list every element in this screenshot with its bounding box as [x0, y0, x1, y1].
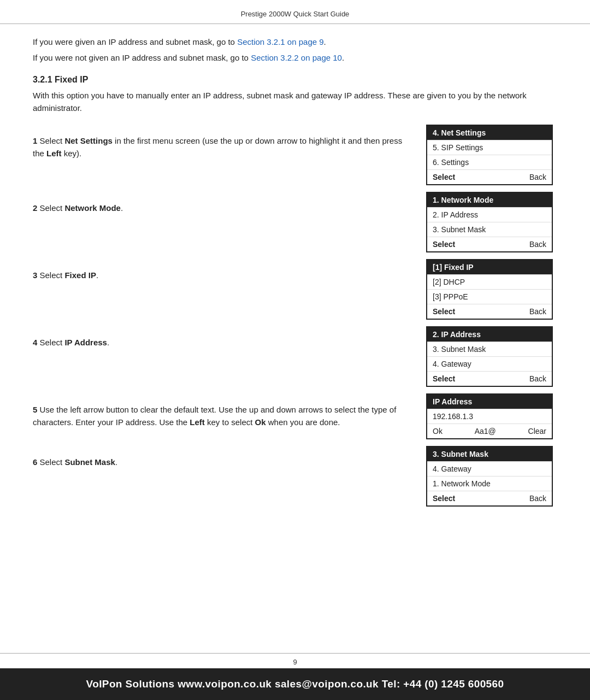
step-3-panel-area: [1] Fixed IP [2] DHCP [3] PPPoE Select B… — [426, 259, 557, 323]
step-4-panel-area: 2. IP Address 3. Subnet Mask 4. Gateway … — [426, 326, 557, 390]
panel-4: 2. IP Address 3. Subnet Mask 4. Gateway … — [426, 326, 553, 387]
panel-5: IP Address 192.168.1.3 Ok Aa1@ Clear — [426, 393, 553, 439]
step-3-text: 3 Select Fixed IP. — [33, 259, 426, 291]
panel-6: 3. Subnet Mask 4. Gateway 1. Network Mod… — [426, 446, 553, 507]
main-content: If you were given an IP address and subn… — [0, 24, 590, 653]
panel-2-row-1: 1. Network Mode — [427, 193, 552, 208]
panel-4-row-4: Select Back — [427, 372, 552, 386]
panel-6-row-2: 4. Gateway — [427, 462, 552, 477]
page-number: 9 — [293, 658, 297, 666]
panel-4-row-2: 3. Subnet Mask — [427, 342, 552, 357]
panel-3-row-4: Select Back — [427, 304, 552, 319]
page-header: Prestige 2000W Quick Start Guide — [0, 0, 590, 24]
panel-6-row-1: 3. Subnet Mask — [427, 447, 552, 462]
panel-3: [1] Fixed IP [2] DHCP [3] PPPoE Select B… — [426, 259, 553, 320]
panel-2-row-4: Select Back — [427, 237, 552, 251]
step-2-panel-area: 1. Network Mode 2. IP Address 3. Subnet … — [426, 192, 557, 256]
panel-1-row-3: 6. Settings — [427, 155, 552, 170]
panel-5-row-1: IP Address — [427, 395, 552, 409]
panel-6-row-3: 1. Network Mode — [427, 477, 552, 491]
bottom-banner: VoIPon Solutions www.voipon.co.uk sales@… — [0, 668, 590, 700]
steps-area: 1 Select Net Settings in the first menu … — [33, 125, 557, 513]
section-desc: With this option you have to manually en… — [33, 89, 557, 115]
section-title: 3.2.1 Fixed IP — [33, 75, 557, 85]
page-wrapper: Prestige 2000W Quick Start Guide If you … — [0, 0, 590, 700]
panel-6-row-4: Select Back — [427, 491, 552, 505]
link1[interactable]: Section 3.2.1 on page 9 — [237, 37, 323, 46]
step-1-panel-area: 4. Net Settings 5. SIP Settings 6. Setti… — [426, 125, 557, 189]
panel-3-row-3: [3] PPPoE — [427, 290, 552, 304]
panel-1-row-1: 4. Net Settings — [427, 126, 552, 140]
step-4-text: 4 Select IP Address. — [33, 326, 426, 358]
page-footer: 9 — [0, 653, 590, 668]
panel-5-row-3: Ok Aa1@ Clear — [427, 424, 552, 438]
step-6-row: 6 Select Subnet Mask. 3. Subnet Mask 4. … — [33, 446, 557, 510]
link2[interactable]: Section 3.2.2 on page 10 — [251, 53, 342, 62]
panel-1: 4. Net Settings 5. SIP Settings 6. Setti… — [426, 125, 553, 185]
panel-4-row-3: 4. Gateway — [427, 357, 552, 372]
panel-2-row-2: 2. IP Address — [427, 208, 552, 222]
header-title: Prestige 2000W Quick Start Guide — [241, 10, 350, 18]
panel-1-row-2: 5. SIP Settings — [427, 140, 552, 155]
panel-3-row-1: [1] Fixed IP — [427, 260, 552, 275]
panel-1-row-4: Select Back — [427, 170, 552, 184]
panel-2: 1. Network Mode 2. IP Address 3. Subnet … — [426, 192, 553, 252]
step-5-text: 5 Use the left arrow button to clear the… — [33, 393, 426, 439]
step-5-panel-area: IP Address 192.168.1.3 Ok Aa1@ Clear — [426, 393, 557, 443]
panel-3-row-2: [2] DHCP — [427, 275, 552, 290]
step-3-row: 3 Select Fixed IP. [1] Fixed IP [2] DHCP… — [33, 259, 557, 323]
step-6-panel-area: 3. Subnet Mask 4. Gateway 1. Network Mod… — [426, 446, 557, 510]
intro-line1: If you were given an IP address and subn… — [33, 36, 557, 49]
step-4-row: 4 Select IP Address. 2. IP Address 3. Su… — [33, 326, 557, 390]
step-2-row: 2 Select Network Mode. 1. Network Mode 2… — [33, 192, 557, 256]
panel-2-row-3: 3. Subnet Mask — [427, 222, 552, 237]
step-1-text: 1 Select Net Settings in the first menu … — [33, 125, 426, 170]
panel-5-row-2: 192.168.1.3 — [427, 409, 552, 424]
panel-4-row-1: 2. IP Address — [427, 327, 552, 342]
step-6-text: 6 Select Subnet Mask. — [33, 446, 426, 478]
step-5-row: 5 Use the left arrow button to clear the… — [33, 393, 557, 443]
step-2-text: 2 Select Network Mode. — [33, 192, 426, 224]
step-1-row: 1 Select Net Settings in the first menu … — [33, 125, 557, 189]
intro-line2: If you were not given an IP address and … — [33, 52, 557, 64]
